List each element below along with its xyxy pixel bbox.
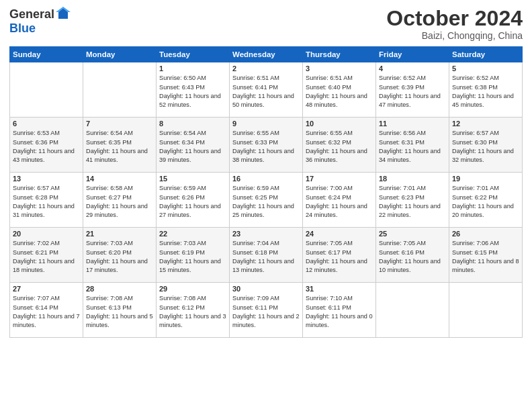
calendar-cell-2-1: 14Sunrise: 6:58 AMSunset: 6:27 PMDayligh… bbox=[83, 173, 157, 228]
calendar-cell-3-5: 25Sunrise: 7:05 AMSunset: 6:16 PMDayligh… bbox=[376, 228, 449, 283]
cell-content: Sunrise: 7:07 AMSunset: 6:14 PMDaylight:… bbox=[13, 294, 80, 330]
cell-content: Sunrise: 7:01 AMSunset: 6:23 PMDaylight:… bbox=[379, 184, 446, 220]
cell-content: Sunrise: 6:54 AMSunset: 6:35 PMDaylight:… bbox=[86, 129, 153, 165]
day-number: 31 bbox=[306, 285, 373, 293]
calendar-cell-3-0: 20Sunrise: 7:02 AMSunset: 6:21 PMDayligh… bbox=[10, 228, 83, 283]
day-number: 21 bbox=[86, 230, 153, 238]
calendar-cell-1-0: 6Sunrise: 6:53 AMSunset: 6:36 PMDaylight… bbox=[10, 118, 83, 173]
calendar-table: Sunday Monday Tuesday Wednesday Thursday… bbox=[9, 46, 523, 338]
cell-content: Sunrise: 6:59 AMSunset: 6:26 PMDaylight:… bbox=[159, 184, 226, 220]
header: General Blue October 2024 Baizi, Chongqi… bbox=[9, 7, 523, 41]
header-saturday: Saturday bbox=[449, 47, 523, 62]
calendar-week-row-3: 20Sunrise: 7:02 AMSunset: 6:21 PMDayligh… bbox=[10, 228, 523, 283]
cell-content: Sunrise: 6:57 AMSunset: 6:28 PMDaylight:… bbox=[13, 184, 80, 220]
logo-blue-text: Blue bbox=[9, 21, 36, 35]
day-number: 22 bbox=[159, 230, 226, 238]
calendar-header-row: Sunday Monday Tuesday Wednesday Thursday… bbox=[10, 47, 523, 62]
day-number: 27 bbox=[13, 285, 80, 293]
calendar-cell-1-2: 8Sunrise: 6:54 AMSunset: 6:34 PMDaylight… bbox=[157, 118, 230, 173]
cell-content: Sunrise: 6:58 AMSunset: 6:27 PMDaylight:… bbox=[86, 184, 153, 220]
calendar-week-row-4: 27Sunrise: 7:07 AMSunset: 6:14 PMDayligh… bbox=[10, 283, 523, 338]
cell-content: Sunrise: 7:05 AMSunset: 6:16 PMDaylight:… bbox=[379, 239, 446, 275]
header-sunday: Sunday bbox=[10, 47, 83, 62]
calendar-cell-3-1: 21Sunrise: 7:03 AMSunset: 6:20 PMDayligh… bbox=[83, 228, 157, 283]
cell-content: Sunrise: 6:51 AMSunset: 6:40 PMDaylight:… bbox=[306, 74, 373, 109]
day-number: 12 bbox=[452, 120, 519, 128]
calendar-cell-3-4: 24Sunrise: 7:05 AMSunset: 6:17 PMDayligh… bbox=[303, 228, 376, 283]
cell-content: Sunrise: 7:05 AMSunset: 6:17 PMDaylight:… bbox=[306, 239, 373, 275]
cell-content: Sunrise: 7:01 AMSunset: 6:22 PMDaylight:… bbox=[452, 184, 519, 220]
month-title: October 2024 bbox=[386, 7, 523, 30]
day-number: 2 bbox=[232, 64, 300, 73]
cell-content: Sunrise: 7:10 AMSunset: 6:11 PMDaylight:… bbox=[306, 294, 373, 330]
calendar-week-row-2: 13Sunrise: 6:57 AMSunset: 6:28 PMDayligh… bbox=[10, 173, 523, 228]
logo: General Blue bbox=[9, 7, 71, 36]
cell-content: Sunrise: 7:06 AMSunset: 6:15 PMDaylight:… bbox=[452, 239, 519, 275]
header-monday: Monday bbox=[83, 47, 157, 62]
cell-content: Sunrise: 7:00 AMSunset: 6:24 PMDaylight:… bbox=[306, 184, 373, 220]
day-number: 30 bbox=[232, 285, 300, 293]
calendar-cell-3-3: 23Sunrise: 7:04 AMSunset: 6:18 PMDayligh… bbox=[230, 228, 303, 283]
calendar-week-row-0: 1Sunrise: 6:50 AMSunset: 6:43 PMDaylight… bbox=[10, 62, 523, 118]
calendar-cell-0-2: 1Sunrise: 6:50 AMSunset: 6:43 PMDaylight… bbox=[157, 62, 230, 118]
day-number: 19 bbox=[452, 175, 519, 183]
cell-content: Sunrise: 6:52 AMSunset: 6:39 PMDaylight:… bbox=[379, 74, 446, 109]
day-number: 3 bbox=[306, 64, 373, 73]
logo-general-text: General bbox=[9, 7, 54, 21]
calendar-cell-2-0: 13Sunrise: 6:57 AMSunset: 6:28 PMDayligh… bbox=[10, 173, 83, 228]
day-number: 15 bbox=[159, 175, 226, 183]
calendar-cell-4-1: 28Sunrise: 7:08 AMSunset: 6:13 PMDayligh… bbox=[83, 283, 157, 338]
day-number: 9 bbox=[232, 120, 300, 128]
day-number: 28 bbox=[86, 285, 153, 293]
calendar-cell-2-6: 19Sunrise: 7:01 AMSunset: 6:22 PMDayligh… bbox=[449, 173, 523, 228]
day-number: 5 bbox=[452, 64, 519, 73]
cell-content: Sunrise: 7:02 AMSunset: 6:21 PMDaylight:… bbox=[13, 239, 80, 275]
day-number: 26 bbox=[452, 230, 519, 238]
day-number: 14 bbox=[86, 175, 153, 183]
day-number: 25 bbox=[379, 230, 446, 238]
day-number: 24 bbox=[306, 230, 373, 238]
cell-content: Sunrise: 6:52 AMSunset: 6:38 PMDaylight:… bbox=[452, 74, 519, 109]
calendar-cell-2-3: 16Sunrise: 6:59 AMSunset: 6:25 PMDayligh… bbox=[230, 173, 303, 228]
calendar-cell-4-4: 31Sunrise: 7:10 AMSunset: 6:11 PMDayligh… bbox=[303, 283, 376, 338]
title-area: October 2024 Baizi, Chongqing, China bbox=[386, 7, 523, 41]
calendar-cell-1-5: 11Sunrise: 6:56 AMSunset: 6:31 PMDayligh… bbox=[376, 118, 449, 173]
day-number: 8 bbox=[159, 120, 226, 128]
day-number: 7 bbox=[86, 120, 153, 128]
day-number: 20 bbox=[13, 230, 80, 238]
day-number: 17 bbox=[306, 175, 373, 183]
cell-content: Sunrise: 6:57 AMSunset: 6:30 PMDaylight:… bbox=[452, 129, 519, 165]
calendar-cell-1-4: 10Sunrise: 6:55 AMSunset: 6:32 PMDayligh… bbox=[303, 118, 376, 173]
cell-content: Sunrise: 6:53 AMSunset: 6:36 PMDaylight:… bbox=[13, 129, 80, 165]
day-number: 4 bbox=[379, 64, 446, 73]
cell-content: Sunrise: 6:55 AMSunset: 6:33 PMDaylight:… bbox=[232, 129, 300, 165]
calendar-cell-3-2: 22Sunrise: 7:03 AMSunset: 6:19 PMDayligh… bbox=[157, 228, 230, 283]
calendar-cell-4-2: 29Sunrise: 7:08 AMSunset: 6:12 PMDayligh… bbox=[157, 283, 230, 338]
cell-content: Sunrise: 6:55 AMSunset: 6:32 PMDaylight:… bbox=[306, 129, 373, 165]
calendar-cell-1-1: 7Sunrise: 6:54 AMSunset: 6:35 PMDaylight… bbox=[83, 118, 157, 173]
calendar-cell-4-3: 30Sunrise: 7:09 AMSunset: 6:11 PMDayligh… bbox=[230, 283, 303, 338]
calendar-cell-4-0: 27Sunrise: 7:07 AMSunset: 6:14 PMDayligh… bbox=[10, 283, 83, 338]
calendar-cell-0-4: 3Sunrise: 6:51 AMSunset: 6:40 PMDaylight… bbox=[303, 62, 376, 118]
logo-icon bbox=[56, 7, 71, 21]
day-number: 18 bbox=[379, 175, 446, 183]
calendar-cell-2-5: 18Sunrise: 7:01 AMSunset: 6:23 PMDayligh… bbox=[376, 173, 449, 228]
calendar-cell-0-6: 5Sunrise: 6:52 AMSunset: 6:38 PMDaylight… bbox=[449, 62, 523, 118]
cell-content: Sunrise: 7:03 AMSunset: 6:20 PMDaylight:… bbox=[86, 239, 153, 275]
cell-content: Sunrise: 7:04 AMSunset: 6:18 PMDaylight:… bbox=[232, 239, 300, 275]
day-number: 29 bbox=[159, 285, 226, 293]
cell-content: Sunrise: 6:56 AMSunset: 6:31 PMDaylight:… bbox=[379, 129, 446, 165]
header-thursday: Thursday bbox=[303, 47, 376, 62]
cell-content: Sunrise: 7:03 AMSunset: 6:19 PMDaylight:… bbox=[159, 239, 226, 275]
cell-content: Sunrise: 6:51 AMSunset: 6:41 PMDaylight:… bbox=[232, 74, 300, 109]
cell-content: Sunrise: 6:54 AMSunset: 6:34 PMDaylight:… bbox=[159, 129, 226, 165]
calendar-cell-3-6: 26Sunrise: 7:06 AMSunset: 6:15 PMDayligh… bbox=[449, 228, 523, 283]
day-number: 13 bbox=[13, 175, 80, 183]
calendar-cell-2-2: 15Sunrise: 6:59 AMSunset: 6:26 PMDayligh… bbox=[157, 173, 230, 228]
day-number: 1 bbox=[159, 64, 226, 73]
calendar-cell-0-3: 2Sunrise: 6:51 AMSunset: 6:41 PMDaylight… bbox=[230, 62, 303, 118]
day-number: 10 bbox=[306, 120, 373, 128]
calendar-cell-0-5: 4Sunrise: 6:52 AMSunset: 6:39 PMDaylight… bbox=[376, 62, 449, 118]
cell-content: Sunrise: 7:09 AMSunset: 6:11 PMDaylight:… bbox=[232, 294, 300, 330]
day-number: 16 bbox=[232, 175, 300, 183]
